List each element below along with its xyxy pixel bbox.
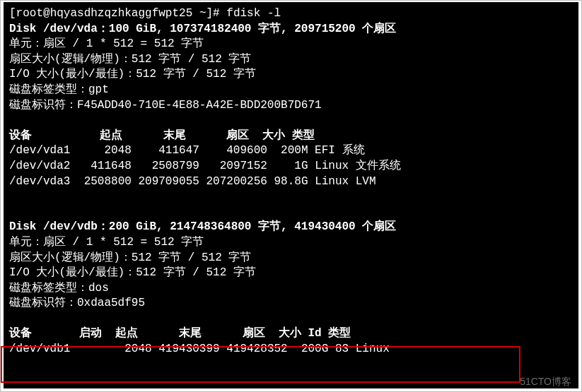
disk2-col-id: Id (308, 327, 321, 340)
disk2-col-sectors: 扇区 (243, 327, 265, 340)
disk1-units: 单元：扇区 / 1 * 512 = 512 字节 (9, 37, 204, 50)
disk2-col-start: 起点 (115, 327, 138, 340)
disk1-col-size: 大小 (262, 129, 285, 142)
table-row: /dev/vdb1 2048 419430399 419428352 200G … (9, 343, 390, 355)
prompt-dir: ~ (199, 7, 206, 20)
disk1-header: Disk /dev/vda：100 GiB, 107374182400 字节, … (9, 23, 396, 35)
disk1-col-device: 设备 (9, 129, 32, 142)
disk1-col-type: 类型 (292, 129, 315, 142)
disk1-sector: 扇区大小(逻辑/物理)：512 字节 / 512 字节 (9, 53, 251, 66)
disk1-ident: 磁盘标识符：F45ADD40-710E-4E88-A42E-BDD200B7D6… (9, 99, 322, 112)
disk2-header: Disk /dev/vdb：200 GiB, 214748364800 字节, … (9, 220, 396, 233)
disk2-col-device: 设备 (9, 327, 32, 340)
disk2-sector: 扇区大小(逻辑/物理)：512 字节 / 512 字节 (9, 251, 251, 264)
terminal-output: [root@hqyasdhzqzhkaggfwpt25 ~]# fdisk -l… (4, 2, 578, 388)
prompt-host: hqyasdhzqzhkaggfwpt25 (50, 7, 193, 20)
disk2-io: I/O 大小(最小/最佳)：512 字节 / 512 字节 (9, 266, 256, 279)
disk2-col-size: 大小 (279, 327, 301, 340)
disk1-io: I/O 大小(最小/最佳)：512 字节 / 512 字节 (9, 68, 256, 81)
disk2-col-type: 类型 (328, 327, 351, 340)
table-row: /dev/vda3 2508800 209709055 207200256 98… (9, 175, 376, 188)
disk2-col-boot: 启动 (79, 327, 102, 340)
disk2-label: 磁盘标签类型：dos (9, 282, 109, 295)
disk2-units: 单元：扇区 / 1 * 512 = 512 字节 (9, 236, 204, 249)
disk1-label: 磁盘标签类型：gpt (9, 83, 109, 96)
prompt-cmd: fdisk -l (226, 7, 281, 20)
prompt-symbol: # (213, 7, 220, 20)
disk1-col-start: 起点 (100, 129, 122, 142)
disk1-col-end: 末尾 (163, 129, 186, 142)
prompt-user: root (16, 7, 43, 20)
table-row: /dev/vda2 411648 2508799 2097152 1G Linu… (9, 160, 401, 172)
screenshot-frame: [root@hqyasdhzqzhkaggfwpt25 ~]# fdisk -l… (0, 0, 582, 392)
disk2-ident: 磁盘标识符：0xdaa5df95 (9, 297, 145, 309)
watermark-text: 51CTO博客 (520, 376, 571, 388)
disk2-col-end: 末尾 (179, 327, 202, 340)
table-row: /dev/vda1 2048 411647 409600 200M EFI 系统 (9, 144, 365, 157)
disk1-col-sectors: 扇区 (226, 129, 249, 142)
